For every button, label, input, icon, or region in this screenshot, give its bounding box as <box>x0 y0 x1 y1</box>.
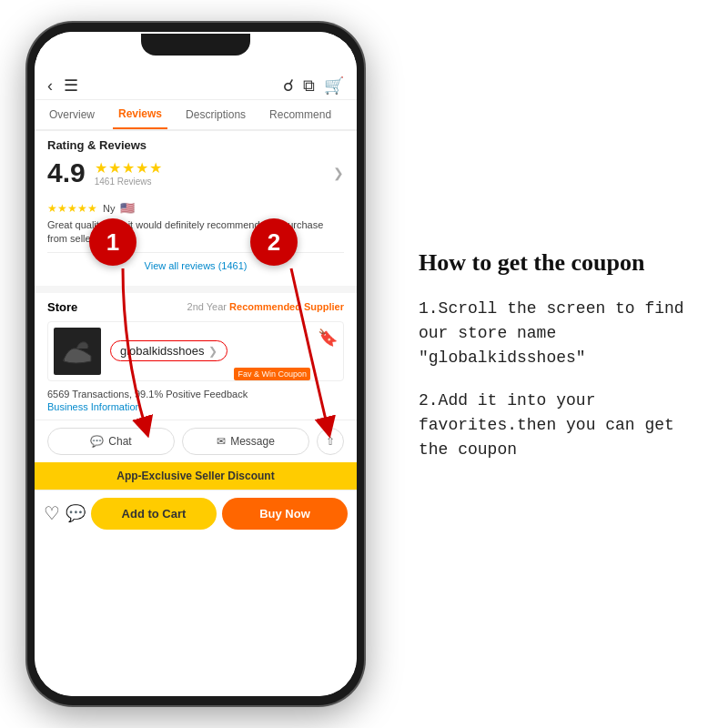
top-nav: ‹ ☰ ☌ ⧉ 🛒 <box>35 72 357 100</box>
tab-descriptions[interactable]: Descriptions <box>180 101 251 128</box>
share-icon[interactable]: ⧉ <box>303 76 315 96</box>
arrow-1 <box>73 259 182 441</box>
coupon-step-1: 1.Scroll the screen to find our store na… <box>419 297 701 370</box>
coupon-step-1-text: 1.Scroll the screen to find our store na… <box>419 297 701 370</box>
coupon-title: How to get the coupon <box>419 248 701 278</box>
page-container: ‹ ☰ ☌ ⧉ 🛒 Overview Reviews Descriptions … <box>0 0 728 728</box>
tab-overview[interactable]: Overview <box>44 101 100 128</box>
seller-discount-bar[interactable]: App-Exclusive Seller Discount <box>35 462 357 490</box>
right-panel: How to get the coupon 1.Scroll the scree… <box>400 248 710 480</box>
store-name-chevron-icon: ❯ <box>208 345 217 358</box>
rating-number: 4.9 <box>47 157 86 188</box>
top-nav-left: ‹ ☰ <box>47 76 78 96</box>
phone-wrapper: ‹ ☰ ☌ ⧉ 🛒 Overview Reviews Descriptions … <box>27 23 364 705</box>
tabs-row: Overview Reviews Descriptions Recommend <box>35 100 357 131</box>
reviewer-name: Ny <box>103 203 115 214</box>
tab-recommend[interactable]: Recommend <box>264 101 337 128</box>
tab-reviews[interactable]: Reviews <box>113 100 167 129</box>
review-count: 1461 Reviews <box>95 177 163 187</box>
stars-block: ★★★★★ 1461 Reviews <box>95 159 163 187</box>
reviewer-stars: ★★★★★ <box>47 202 97 215</box>
top-nav-right: ☌ ⧉ 🛒 <box>283 76 344 96</box>
message-icon: ✉ <box>217 435 226 448</box>
chevron-right-icon: ❯ <box>333 166 344 180</box>
cart-icon[interactable]: 🛒 <box>324 76 344 96</box>
flag-icon: 🇺🇸 <box>120 201 135 215</box>
rating-row: 4.9 ★★★★★ 1461 Reviews ❯ <box>47 157 344 188</box>
coupon-step-2-text: 2.Add it into your favorites.then you ca… <box>419 389 701 462</box>
add-to-cart-button[interactable]: Add to Cart <box>91 498 217 530</box>
coupon-step-2: 2.Add it into your favorites.then you ca… <box>419 389 701 462</box>
phone-notch <box>141 34 250 56</box>
back-icon[interactable]: ‹ <box>47 76 53 96</box>
section-title: Rating & Reviews <box>47 138 344 152</box>
search-icon[interactable]: ☌ <box>283 76 294 96</box>
reviewer-row: ★★★★★ Ny 🇺🇸 <box>47 201 344 215</box>
bottom-chat-icon[interactable]: 💬 <box>66 503 86 523</box>
stars-display: ★★★★★ <box>95 159 163 177</box>
wishlist-icon[interactable]: ♡ <box>44 502 60 524</box>
buy-now-button[interactable]: Buy Now <box>222 498 348 530</box>
arrow-2 <box>228 259 355 441</box>
bottom-bar: ♡ 💬 Add to Cart Buy Now <box>35 490 357 537</box>
menu-icon[interactable]: ☰ <box>64 76 78 96</box>
